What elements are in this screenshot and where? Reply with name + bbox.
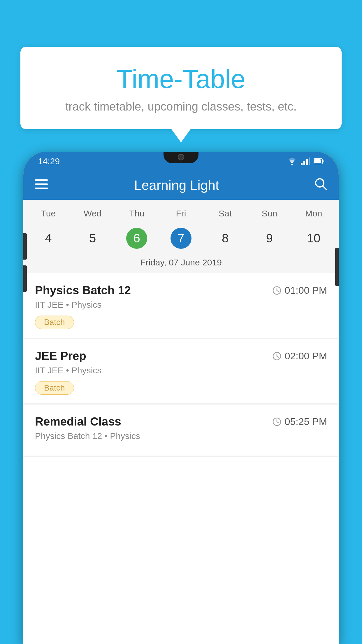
wifi-icon [287,157,297,165]
camera [178,154,184,160]
svg-rect-7 [314,159,321,163]
schedule-item-1-header: Physics Batch 12 01:00 PM [35,284,327,297]
day-tue: Tue [26,206,71,221]
day-mon: Mon [291,206,336,221]
day-sat: Sat [203,206,247,221]
schedule-item-1-time: 01:00 PM [272,285,327,296]
schedule-item-3[interactable]: Remedial Class 05:25 PM Physics Batch 12… [23,405,339,456]
day-fri: Fri [159,206,203,221]
svg-rect-3 [306,159,308,165]
svg-line-15 [277,290,279,292]
speech-bubble-title: Time-Table [32,64,330,94]
date-7[interactable]: 7 [159,224,203,253]
clock-icon-1 [272,286,282,295]
svg-rect-9 [35,183,48,185]
schedule-item-1-subtitle: IIT JEE • Physics [35,300,327,310]
clock-icon-3 [272,417,282,426]
status-bar: 14:29 [23,152,339,171]
search-button[interactable] [314,177,327,193]
status-time: 14:29 [38,156,60,166]
speech-bubble-container: Time-Table track timetable, upcoming cla… [20,47,342,129]
schedule-item-2-header: JEE Prep 02:00 PM [35,349,327,363]
batch-badge-1: Batch [35,316,74,329]
volume-up-button[interactable] [23,233,27,260]
speech-bubble-subtitle: track timetable, upcoming classes, tests… [32,100,330,113]
svg-rect-6 [322,160,324,162]
notch [164,152,198,163]
app-bar: Learning Light [23,171,339,200]
phone-frame: 14:29 [23,152,339,644]
schedule-item-3-title: Remedial Class [35,415,121,428]
signal-icon [301,158,310,165]
svg-line-12 [323,186,326,190]
date-4[interactable]: 4 [26,224,71,253]
date-10[interactable]: 10 [291,224,336,253]
schedule-item-2[interactable]: JEE Prep 02:00 PM IIT JEE • Physics Batc… [23,339,339,403]
schedule-list: Physics Batch 12 01:00 PM IIT JEE • Phys… [23,273,339,457]
date-6[interactable]: 6 [115,224,159,253]
svg-rect-4 [309,158,310,165]
days-row: Tue Wed Thu Fri Sat Sun Mon [23,206,339,221]
menu-button[interactable] [35,179,48,191]
phone-screen: 14:29 [23,152,339,644]
schedule-item-3-subtitle: Physics Batch 12 • Physics [35,431,327,441]
date-5[interactable]: 5 [71,224,115,253]
status-icons [287,157,324,165]
schedule-item-1-title: Physics Batch 12 [35,284,131,297]
day-sun: Sun [247,206,292,221]
volume-down-button[interactable] [23,265,27,292]
svg-rect-1 [301,163,303,165]
date-9[interactable]: 9 [247,224,292,253]
svg-rect-8 [35,179,48,181]
schedule-item-3-time: 05:25 PM [272,416,327,427]
schedule-item-2-title: JEE Prep [35,349,86,363]
clock-icon-2 [272,351,282,361]
svg-line-18 [277,356,279,357]
speech-bubble: Time-Table track timetable, upcoming cla… [20,47,342,129]
day-thu: Thu [115,206,159,221]
date-8[interactable]: 8 [203,224,247,253]
batch-badge-2: Batch [35,381,74,395]
date-selected[interactable]: 7 [171,228,191,249]
calendar-strip: Tue Wed Thu Fri Sat Sun Mon 4 5 6 7 8 9 … [23,200,339,273]
date-today[interactable]: 6 [126,228,147,249]
battery-icon [314,158,324,164]
svg-rect-10 [35,188,48,189]
day-wed: Wed [71,206,115,221]
app-title: Learning Light [57,177,297,193]
schedule-item-2-subtitle: IIT JEE • Physics [35,365,327,375]
selected-date-label: Friday, 07 June 2019 [23,253,339,273]
svg-point-0 [291,164,293,165]
schedule-item-1[interactable]: Physics Batch 12 01:00 PM IIT JEE • Phys… [23,273,339,338]
schedule-item-2-time: 02:00 PM [272,350,327,362]
svg-rect-2 [303,161,305,165]
svg-line-21 [277,422,279,423]
schedule-item-3-header: Remedial Class 05:25 PM [35,415,327,428]
dates-row: 4 5 6 7 8 9 10 [23,224,339,253]
power-button[interactable] [335,248,339,286]
